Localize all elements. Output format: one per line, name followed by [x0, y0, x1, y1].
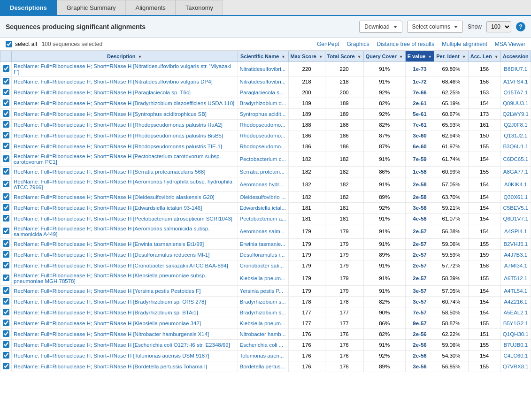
- description-link[interactable]: RecName: Full=Ribonuclease H; Short=RNas…: [14, 252, 209, 258]
- accession-link[interactable]: A5EAL2.1: [503, 310, 528, 315]
- show-select[interactable]: 10 20 50 100 200: [486, 21, 511, 32]
- scientific-name-link[interactable]: Nitratidesulfovibri...: [240, 66, 286, 72]
- accession-link[interactable]: B5Y1G2.1: [503, 321, 528, 326]
- row-checkbox[interactable]: [3, 287, 9, 294]
- description-link[interactable]: RecName: Full=Ribonuclease H; Short=RNas…: [14, 153, 221, 165]
- row-checkbox[interactable]: [3, 181, 9, 187]
- acc-len-header[interactable]: Acc. Len ▼: [468, 51, 500, 62]
- accession-link[interactable]: C4LC60.1: [503, 353, 528, 359]
- row-checkbox[interactable]: [3, 330, 9, 337]
- accession-link[interactable]: B8DIU7.1: [504, 66, 527, 72]
- row-checkbox[interactable]: [3, 352, 9, 359]
- description-link[interactable]: RecName: Full=Ribonuclease H; Short=RNas…: [14, 299, 206, 305]
- evalue-header[interactable]: E value ▼: [405, 51, 434, 62]
- scientific-name-link[interactable]: Desulforamulus r...: [240, 252, 285, 258]
- row-checkbox[interactable]: [3, 363, 9, 369]
- accession-link[interactable]: B7UJB0.1: [503, 342, 528, 348]
- accession-link[interactable]: Q1QH30.1: [503, 331, 529, 337]
- multiple-alignment-link[interactable]: Multiple alignment: [442, 41, 487, 47]
- row-checkbox[interactable]: [3, 215, 9, 221]
- query-cover-header[interactable]: Query Cover ▼: [363, 51, 405, 62]
- row-checkbox[interactable]: [3, 298, 9, 305]
- description-link[interactable]: RecName: Full=Ribonuclease H; Short=RNas…: [14, 100, 234, 106]
- description-link[interactable]: RecName: Full=Ribonuclease H; Short=RNas…: [14, 122, 223, 128]
- scientific-name-link[interactable]: Aeromonas salm...: [240, 229, 285, 234]
- description-link[interactable]: RecName: Full=Ribonuclease H; Short=RNas…: [14, 310, 198, 315]
- description-link[interactable]: RecName: Full=Ribonuclease H; Short=RNas…: [14, 144, 222, 149]
- accession-link[interactable]: C6DC65.1: [503, 156, 528, 162]
- description-link[interactable]: RecName: Full=Ribonuclease H; Short=RNas…: [14, 226, 209, 237]
- description-link[interactable]: RecName: Full=Ribonuclease H; Short=RNas…: [14, 133, 223, 138]
- accession-link[interactable]: B2VHJ5.1: [503, 241, 528, 247]
- scientific-name-link[interactable]: Yersinia pestis P...: [240, 288, 284, 294]
- accession-link[interactable]: Q89UU3.1: [503, 100, 528, 106]
- accession-link[interactable]: Q6D1V7.1: [503, 216, 528, 221]
- scientific-name-link[interactable]: Pectobacterium a...: [240, 216, 286, 221]
- scientific-name-link[interactable]: Cronobacter sak...: [240, 263, 284, 268]
- description-link[interactable]: RecName: Full=Ribonuclease H; Short=RNas…: [14, 364, 207, 369]
- scientific-name-link[interactable]: Pectobacterium c...: [240, 156, 286, 162]
- description-link[interactable]: RecName: Full=Ribonuclease H; Short=RNas…: [14, 179, 232, 190]
- description-link[interactable]: RecName: Full=Ribonuclease H; Short=RNas…: [14, 273, 206, 284]
- description-link[interactable]: RecName: Full=Ribonuclease H; Short=RNas…: [14, 331, 209, 337]
- scientific-name-link[interactable]: Bordetella pertus...: [240, 364, 285, 369]
- scientific-name-link[interactable]: Klebsiella pneum...: [240, 275, 285, 281]
- accession-link[interactable]: A1VFS4.1: [503, 79, 528, 84]
- tab-taxonomy[interactable]: Taxonomy: [176, 0, 223, 15]
- accession-link[interactable]: A0KIK4.1: [504, 182, 527, 187]
- description-link[interactable]: RecName: Full=Ribonuclease H; Short=RNas…: [14, 194, 215, 200]
- row-checkbox[interactable]: [3, 121, 9, 128]
- scientific-name-link[interactable]: Klebsiella pneum...: [240, 321, 285, 326]
- scientific-name-link[interactable]: Rhodopseudomо...: [240, 144, 285, 149]
- row-checkbox[interactable]: [3, 65, 9, 72]
- accession-link[interactable]: Q30X61.1: [503, 194, 528, 200]
- scientific-name-header[interactable]: Scientific Name ▼: [238, 51, 288, 62]
- scientific-name-link[interactable]: Nitrobacter hamb...: [240, 331, 286, 337]
- scientific-name-link[interactable]: Paraglaciecola s...: [240, 90, 284, 95]
- description-link[interactable]: RecName: Full=Ribonuclease H; Short=RNas…: [14, 353, 209, 359]
- row-checkbox[interactable]: [3, 320, 9, 326]
- description-link[interactable]: RecName: Full=Ribonuclease H; Short=RNas…: [14, 241, 204, 247]
- row-checkbox[interactable]: [3, 132, 9, 138]
- row-checkbox[interactable]: [3, 193, 9, 200]
- accession-link[interactable]: Q131J2.1: [504, 133, 527, 138]
- scientific-name-link[interactable]: Nitratidesulfovibri...: [240, 79, 286, 84]
- accession-link[interactable]: Q7VRX8.1: [503, 364, 529, 369]
- row-checkbox[interactable]: [3, 78, 9, 84]
- description-link[interactable]: RecName: Full=Ribonuclease H; Short=RNas…: [14, 263, 228, 268]
- description-link[interactable]: RecName: Full=Ribonuclease H; Short=RNas…: [14, 321, 201, 326]
- accession-link[interactable]: A4Z216.1: [504, 299, 527, 305]
- description-link[interactable]: RecName: Full=Ribonuclease H; Short=RNas…: [14, 111, 207, 117]
- msa-viewer-link[interactable]: MSA Viewer: [495, 41, 525, 47]
- scientific-name-link[interactable]: Bradyrhizobium d...: [240, 100, 286, 106]
- row-checkbox[interactable]: [3, 204, 9, 211]
- scientific-name-link[interactable]: Oleidesulfovibrio ...: [240, 194, 286, 200]
- row-checkbox[interactable]: [3, 155, 9, 162]
- description-link[interactable]: RecName: Full=Ribonuclease H; Short=RNas…: [14, 288, 200, 294]
- graphics-link[interactable]: Graphics: [346, 41, 369, 47]
- accession-link[interactable]: A4J7B3.1: [504, 252, 527, 258]
- max-score-header[interactable]: Max Score ▼: [288, 51, 325, 62]
- description-link[interactable]: RecName: Full=Ribonuclease H; Short=RNas…: [14, 63, 231, 75]
- row-checkbox[interactable]: [3, 251, 9, 258]
- select-all-checkbox[interactable]: [6, 41, 12, 47]
- per-ident-header[interactable]: Per. Ident ▼: [434, 51, 469, 62]
- scientific-name-link[interactable]: Aeromonas hydr...: [240, 182, 284, 187]
- tab-descriptions[interactable]: Descriptions: [0, 0, 57, 15]
- description-link[interactable]: RecName: Full=Ribonuclease H; Short=RNas…: [14, 169, 205, 175]
- accession-link[interactable]: B3Q6U1.1: [503, 144, 528, 149]
- row-checkbox[interactable]: [3, 89, 9, 95]
- accession-link[interactable]: A8GA77.1: [503, 169, 528, 175]
- row-checkbox[interactable]: [3, 99, 9, 106]
- scientific-name-link[interactable]: Escherichia coli ...: [240, 342, 284, 348]
- accession-link[interactable]: A4SPI4.1: [504, 229, 527, 234]
- scientific-name-link[interactable]: Bradyrhizobium s...: [240, 299, 286, 305]
- scientific-name-link[interactable]: Edwardsiella ictal...: [240, 205, 286, 211]
- scientific-name-link[interactable]: Bradyrhizobium s...: [240, 310, 286, 315]
- description-link[interactable]: RecName: Full=Ribonuclease H; Short=RNas…: [14, 90, 191, 95]
- row-checkbox[interactable]: [3, 168, 9, 175]
- description-link[interactable]: RecName: Full=Ribonuclease H; Short=RNas…: [14, 216, 232, 221]
- row-checkbox[interactable]: [3, 240, 9, 247]
- description-link[interactable]: RecName: Full=Ribonuclease H; Short=RNas…: [14, 342, 230, 348]
- scientific-name-link[interactable]: Tolumonas auen...: [240, 353, 284, 359]
